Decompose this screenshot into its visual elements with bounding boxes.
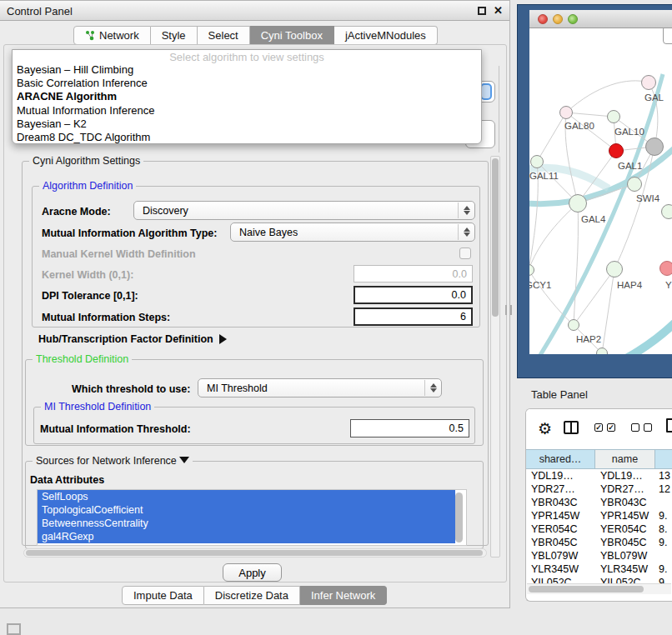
network-node[interactable] — [661, 204, 672, 219]
network-node-gal1[interactable] — [609, 143, 624, 158]
float-window-icon[interactable] — [478, 7, 486, 15]
attribute-item[interactable]: BetweennessCentrality — [38, 517, 455, 530]
tab-label: jActiveMNodules — [345, 29, 426, 42]
network-node-label: SWI4 — [636, 193, 659, 203]
tab-impute-data[interactable]: Impute Data — [122, 586, 204, 605]
table-cell: YLR345W — [595, 562, 655, 576]
table-row[interactable]: YER054CYER054C8. — [526, 522, 672, 536]
collapsed-panel-icon[interactable] — [7, 623, 21, 635]
mi-steps-field[interactable]: 6 — [354, 308, 473, 326]
network-node-label: GAL — [644, 92, 664, 102]
algorithm-option[interactable]: Basic Correlation Inference — [13, 77, 481, 90]
algorithm-dropdown-popup: Select algorithm to view settings Bayesi… — [12, 49, 482, 144]
network-node-gal80[interactable] — [559, 106, 573, 119]
aracne-mode-select[interactable]: Discovery — [133, 201, 475, 220]
attribute-item[interactable]: SelfLoops — [38, 490, 455, 503]
algorithm-option[interactable]: Dream8 DC_TDC Algorithm — [13, 131, 481, 144]
table-cell: YPR145W — [595, 509, 655, 522]
column-header[interactable] — [655, 450, 672, 468]
network-node[interactable] — [645, 138, 664, 156]
stepper-arrows-icon — [458, 224, 474, 240]
table-row[interactable]: YLR345WYLR345W9. — [526, 562, 672, 576]
algorithm-option[interactable]: Mutual Information Inference — [13, 104, 481, 118]
tab-jactivemnodules[interactable]: jActiveMNodules — [334, 26, 438, 45]
sources-label: Sources for Network Inference — [36, 455, 177, 467]
control-panel-tabs: NetworkStyleSelectCyni ToolboxjActiveMNo… — [73, 26, 438, 45]
table-cell: YER054C — [595, 522, 655, 536]
network-node-label: GAL11 — [529, 171, 559, 181]
attribute-item[interactable]: gal4RGexp — [38, 530, 455, 543]
tab-infer-network[interactable]: Infer Network — [300, 586, 387, 605]
apply-button[interactable]: Apply — [223, 563, 282, 582]
column-header[interactable]: name — [595, 450, 655, 468]
network-node-y[interactable] — [659, 261, 672, 276]
tab-style[interactable]: Style — [151, 26, 198, 45]
table-row[interactable]: YPR145WYPR145W9. — [526, 509, 672, 522]
attribute-item[interactable]: TopologicalCoefficient — [38, 503, 455, 517]
table-cell: YPR145W — [526, 509, 595, 522]
table-horizontal-scrollbar[interactable] — [527, 583, 671, 594]
tab-select[interactable]: Select — [198, 26, 250, 45]
table-row[interactable]: YBR045CYBR045C9. — [526, 536, 672, 549]
table-header-row: shared… name — [526, 449, 672, 469]
column-header[interactable]: shared… — [526, 450, 595, 468]
mac-close-button[interactable] — [538, 14, 548, 24]
table-row[interactable]: YDL19…YDL19…13 — [526, 469, 672, 482]
table-cell: YBR043C — [526, 496, 595, 509]
tab-label: Discretize Data — [215, 589, 288, 602]
settings-vertical-scrollbar[interactable] — [490, 156, 500, 558]
which-threshold-value: MI Threshold — [207, 382, 268, 394]
hub-definition-label: Hub/Transcription Factor Definition — [38, 333, 213, 345]
network-node-gal[interactable] — [641, 75, 656, 90]
network-node[interactable] — [596, 348, 608, 354]
panel-splitter-grip[interactable] — [505, 305, 512, 315]
document-icon[interactable] — [666, 418, 672, 432]
tab-cyni-toolbox[interactable]: Cyni Toolbox — [250, 26, 334, 45]
table-horizontal-scrollbar-thumb[interactable] — [529, 586, 644, 592]
attributes-list-scrollbar[interactable] — [455, 492, 463, 542]
which-threshold-select[interactable]: MI Threshold — [198, 378, 442, 398]
table-cell: 9. — [655, 562, 672, 576]
manual-kernel-checkbox[interactable] — [459, 248, 471, 259]
network-canvas[interactable]: GALGAL80GAL10GAL1GAL11SWI4GAL4GCY1HAP4YH… — [529, 28, 672, 354]
mi-threshold-field[interactable]: 0.5 — [350, 419, 469, 438]
network-node-label: GAL10 — [614, 127, 644, 137]
table-panel-title: Table Panel — [531, 388, 588, 401]
network-node-hap4[interactable] — [606, 261, 623, 278]
mi-steps-label: Mutual Information Steps: — [42, 312, 170, 323]
algorithm-definition-title: Algorithm Definition — [39, 180, 136, 192]
gear-icon[interactable]: ⚙ — [538, 419, 552, 438]
dpi-tolerance-field[interactable]: 0.0 — [354, 286, 473, 304]
network-node-gal11[interactable] — [530, 155, 544, 168]
network-node-label: HAP4 — [617, 280, 642, 290]
settings-vertical-scrollbar-thumb[interactable] — [492, 158, 499, 317]
columns-icon[interactable] — [564, 421, 579, 434]
sources-toggle[interactable]: Sources for Network Inference — [33, 455, 193, 467]
close-icon[interactable]: ✕ — [494, 4, 503, 17]
covered-groupbox-fragment — [499, 66, 499, 152]
network-node-gal10[interactable] — [607, 110, 620, 123]
network-node-swi4[interactable] — [627, 177, 642, 192]
table-row[interactable]: YBR043CYBR043C — [526, 496, 672, 509]
network-node-hap2[interactable] — [568, 319, 579, 331]
algorithm-option[interactable]: Bayesian – K2 — [13, 118, 481, 131]
select-all-checkboxes-icon[interactable]: ✓✓ — [594, 423, 616, 433]
kernel-width-field[interactable]: 0.0 — [354, 265, 473, 282]
algorithm-option[interactable]: ARACNE Algorithm — [13, 90, 481, 103]
settings-horizontal-scrollbar[interactable] — [23, 548, 487, 558]
network-node-gal4[interactable] — [569, 194, 587, 212]
tab-label: Infer Network — [311, 589, 375, 602]
algorithm-option[interactable]: Bayesian – Hill Climbing — [13, 63, 481, 77]
table-cell — [655, 549, 672, 562]
mi-algorithm-type-select[interactable]: Naive Bayes — [230, 222, 475, 242]
tab-discretize-data[interactable]: Discretize Data — [204, 586, 300, 605]
hub-definition-toggle[interactable]: Hub/Transcription Factor Definition — [38, 333, 227, 345]
tab-network[interactable]: Network — [73, 26, 151, 45]
table-row[interactable]: YBL079WYBL079W — [526, 549, 672, 562]
deselect-all-checkboxes-icon[interactable] — [631, 423, 653, 433]
mac-minimize-button[interactable] — [553, 14, 563, 24]
data-attributes-list[interactable]: SelfLoopsTopologicalCoefficientBetweenne… — [37, 489, 467, 546]
settings-horizontal-scrollbar-thumb[interactable] — [26, 550, 483, 556]
table-row[interactable]: YDR27…YDR27…12 — [526, 482, 672, 496]
mac-zoom-button[interactable] — [568, 14, 578, 24]
